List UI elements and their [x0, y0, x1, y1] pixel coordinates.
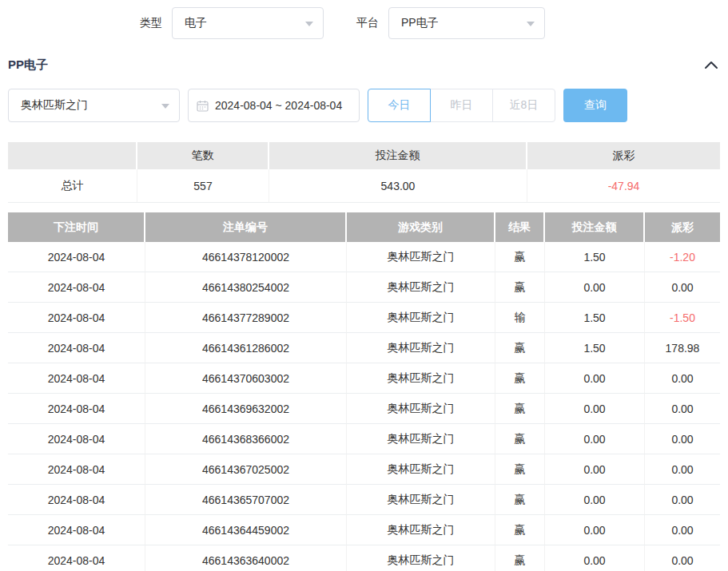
- platform-label: 平台: [356, 16, 379, 30]
- payout-cell: -1.20: [645, 242, 720, 272]
- summary-payout-value: -47.94: [527, 169, 720, 203]
- bets-header-row: 下注时间 注单编号 游戏类别 结果 投注金额 派彩: [8, 212, 720, 242]
- game-type-cell: 奥林匹斯之门: [347, 454, 495, 485]
- chevron-down-icon: [527, 22, 535, 26]
- bet-id-cell: 46614380254002: [145, 272, 347, 303]
- platform-select-value: PP电子: [401, 16, 439, 30]
- bets-table-body: 2024-08-0446614378120002奥林匹斯之门赢1.50-1.20…: [8, 242, 720, 571]
- summary-header-row: 笔数 投注金额 派彩: [8, 142, 720, 169]
- header-game-type: 游戏类别: [347, 212, 495, 242]
- bet-amount-cell: 1.50: [545, 303, 645, 333]
- result-cell: 赢: [495, 242, 545, 272]
- top-filter-bar: 类型 电子 平台 PP电子: [140, 0, 728, 39]
- result-cell: 赢: [495, 394, 545, 424]
- game-type-cell: 奥林匹斯之门: [347, 363, 495, 394]
- bet-time-cell: 2024-08-04: [8, 333, 145, 363]
- summary-bet-amount-value: 543.00: [269, 169, 527, 203]
- collapse-section-button[interactable]: [704, 60, 718, 69]
- table-row: 2024-08-0446614377289002奥林匹斯之门输1.50-1.50: [8, 303, 720, 333]
- last-8-days-button[interactable]: 近8日: [492, 89, 555, 122]
- bets-table: 下注时间 注单编号 游戏类别 结果 投注金额 派彩 2024-08-044661…: [8, 212, 720, 571]
- bet-time-cell: 2024-08-04: [8, 303, 145, 333]
- result-cell: 赢: [495, 454, 545, 485]
- chevron-down-icon: [161, 104, 169, 109]
- bet-time-cell: 2024-08-04: [8, 363, 145, 394]
- platform-select[interactable]: PP电子: [388, 7, 545, 39]
- bet-time-cell: 2024-08-04: [8, 394, 145, 424]
- search-button[interactable]: 查询: [563, 89, 627, 122]
- game-select-value: 奥林匹斯之门: [21, 98, 88, 113]
- bet-time-cell: 2024-08-04: [8, 424, 145, 454]
- date-range-input[interactable]: 2024-08-04 ~ 2024-08-04: [188, 89, 360, 122]
- chevron-down-icon: [305, 22, 313, 26]
- type-label: 类型: [140, 16, 162, 30]
- game-select[interactable]: 奥林匹斯之门: [8, 89, 180, 122]
- game-type-cell: 奥林匹斯之门: [347, 394, 495, 424]
- today-button[interactable]: 今日: [368, 89, 431, 122]
- header-bet-time: 下注时间: [8, 212, 145, 242]
- table-row: 2024-08-0446614378120002奥林匹斯之门赢1.50-1.20: [8, 242, 720, 272]
- payout-cell: -1.50: [645, 303, 720, 333]
- summary-count-value: 557: [137, 169, 269, 203]
- game-type-cell: 奥林匹斯之门: [347, 515, 495, 545]
- header-bet-amount: 投注金额: [545, 212, 645, 242]
- payout-cell: 0.00: [645, 485, 720, 515]
- game-type-cell: 奥林匹斯之门: [347, 333, 495, 363]
- bet-id-cell: 46614363640002: [145, 545, 347, 571]
- bet-amount-cell: 0.00: [545, 454, 645, 485]
- bet-id-cell: 46614378120002: [145, 242, 347, 272]
- table-row: 2024-08-0446614380254002奥林匹斯之门赢0.000.00: [8, 272, 720, 303]
- payout-cell: 0.00: [645, 394, 720, 424]
- result-cell: 赢: [495, 272, 545, 303]
- result-cell: 赢: [495, 515, 545, 545]
- payout-cell: 178.98: [645, 333, 720, 363]
- bet-id-cell: 46614361286002: [145, 333, 347, 363]
- result-cell: 赢: [495, 485, 545, 515]
- header-result: 结果: [495, 212, 545, 242]
- bet-amount-cell: 1.50: [545, 333, 645, 363]
- bet-time-cell: 2024-08-04: [8, 242, 145, 272]
- table-row: 2024-08-0446614370603002奥林匹斯之门赢0.000.00: [8, 363, 720, 394]
- bet-id-cell: 46614365707002: [145, 485, 347, 515]
- payout-cell: 0.00: [645, 515, 720, 545]
- bet-amount-cell: 1.50: [545, 242, 645, 272]
- table-row: 2024-08-0446614369632002奥林匹斯之门赢0.000.00: [8, 394, 720, 424]
- bet-time-cell: 2024-08-04: [8, 272, 145, 303]
- section-header: PP电子: [0, 56, 728, 73]
- bet-time-cell: 2024-08-04: [8, 454, 145, 485]
- payout-cell: 0.00: [645, 454, 720, 485]
- bet-id-cell: 46614377289002: [145, 303, 347, 333]
- type-select[interactable]: 电子: [172, 7, 324, 39]
- summary-header-count: 笔数: [137, 142, 269, 169]
- table-row: 2024-08-0446614364459002奥林匹斯之门赢0.000.00: [8, 515, 720, 545]
- table-row: 2024-08-0446614368366002奥林匹斯之门赢0.000.00: [8, 424, 720, 454]
- bet-id-cell: 46614368366002: [145, 424, 347, 454]
- payout-cell: 0.00: [645, 424, 720, 454]
- table-row: 2024-08-0446614363640002奥林匹斯之门赢0.000.00: [8, 545, 720, 571]
- payout-cell: 0.00: [645, 363, 720, 394]
- result-cell: 输: [495, 303, 545, 333]
- game-type-cell: 奥林匹斯之门: [347, 424, 495, 454]
- bet-time-cell: 2024-08-04: [8, 515, 145, 545]
- section-title: PP电子: [8, 57, 48, 73]
- bet-amount-cell: 0.00: [545, 545, 645, 571]
- chevron-up-icon: [704, 60, 718, 69]
- date-range-value: 2024-08-04 ~ 2024-08-04: [215, 99, 342, 112]
- summary-header-blank: [8, 142, 137, 169]
- summary-header-payout: 派彩: [527, 142, 720, 169]
- result-cell: 赢: [495, 424, 545, 454]
- bet-amount-cell: 0.00: [545, 394, 645, 424]
- game-type-cell: 奥林匹斯之门: [347, 303, 495, 333]
- result-cell: 赢: [495, 333, 545, 363]
- table-row: 2024-08-0446614361286002奥林匹斯之门赢1.50178.9…: [8, 333, 720, 363]
- summary-header-bet-amount: 投注金额: [269, 142, 527, 169]
- payout-cell: 0.00: [645, 272, 720, 303]
- game-type-cell: 奥林匹斯之门: [347, 272, 495, 303]
- bet-time-cell: 2024-08-04: [8, 545, 145, 571]
- yesterday-button[interactable]: 昨日: [430, 89, 493, 122]
- table-row: 2024-08-0446614365707002奥林匹斯之门赢0.000.00: [8, 485, 720, 515]
- calendar-icon: [197, 100, 209, 112]
- result-cell: 赢: [495, 363, 545, 394]
- summary-total-row: 总计 557 543.00 -47.94: [8, 169, 720, 203]
- game-type-cell: 奥林匹斯之门: [347, 242, 495, 272]
